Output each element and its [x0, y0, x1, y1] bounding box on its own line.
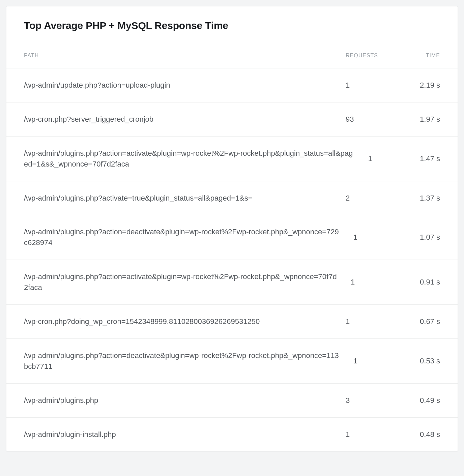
cell-requests: 1: [346, 316, 400, 327]
cell-requests: 93: [346, 114, 400, 125]
table-row[interactable]: /wp-admin/plugins.php?action=activate&pl…: [6, 260, 458, 305]
cell-path: /wp-admin/update.php?action=upload-plugi…: [24, 80, 346, 91]
cell-path: /wp-admin/plugins.php?action=activate&pl…: [24, 148, 368, 170]
cell-requests: 1: [346, 429, 400, 440]
card-title: Top Average PHP + MySQL Response Time: [24, 20, 440, 31]
table-row[interactable]: /wp-cron.php?doing_wp_cron=1542348999.81…: [6, 305, 458, 339]
cell-path: /wp-admin/plugins.php?action=activate&pl…: [24, 271, 351, 293]
column-header-time[interactable]: TIME: [400, 53, 440, 59]
cell-requests: 1: [353, 356, 403, 366]
cell-path: /wp-cron.php?doing_wp_cron=1542348999.81…: [24, 316, 346, 327]
table-row[interactable]: /wp-admin/plugins.php?action=deactivate&…: [6, 339, 458, 384]
cell-path: /wp-admin/plugins.php?action=deactivate&…: [24, 350, 353, 372]
table-body: /wp-admin/update.php?action=upload-plugi…: [6, 68, 458, 451]
table-row[interactable]: /wp-admin/plugins.php?action=activate&pl…: [6, 137, 458, 181]
column-header-requests[interactable]: REQUESTS: [346, 53, 400, 59]
cell-requests: 1: [368, 153, 409, 164]
cell-path: /wp-cron.php?server_triggered_cronjob: [24, 114, 346, 125]
table-row[interactable]: /wp-admin/plugins.php?activate=true&plug…: [6, 181, 458, 215]
table-row[interactable]: /wp-admin/plugins.php30.49 s: [6, 384, 458, 418]
cell-time: 0.67 s: [400, 316, 440, 327]
cell-time: 1.47 s: [409, 153, 440, 164]
table-row[interactable]: /wp-cron.php?server_triggered_cronjob931…: [6, 102, 458, 137]
cell-path: /wp-admin/plugins.php?action=deactivate&…: [24, 227, 353, 248]
cell-path: /wp-admin/plugin-install.php: [24, 429, 346, 440]
cell-requests: 3: [346, 395, 400, 406]
cell-time: 0.48 s: [400, 429, 440, 440]
column-header-path[interactable]: PATH: [24, 53, 346, 59]
cell-time: 2.19 s: [400, 80, 440, 91]
response-time-card: Top Average PHP + MySQL Response Time PA…: [6, 6, 458, 451]
table-row[interactable]: /wp-admin/plugins.php?action=deactivate&…: [6, 215, 458, 260]
cell-time: 0.91 s: [402, 277, 440, 288]
cell-requests: 1: [351, 277, 402, 288]
card-header: Top Average PHP + MySQL Response Time: [6, 6, 458, 43]
cell-time: 1.07 s: [403, 232, 440, 243]
cell-requests: 2: [346, 193, 400, 204]
cell-time: 1.97 s: [400, 114, 440, 125]
cell-time: 1.37 s: [400, 193, 440, 204]
cell-path: /wp-admin/plugins.php?activate=true&plug…: [24, 193, 346, 204]
cell-requests: 1: [353, 232, 403, 243]
table-header-row: PATH REQUESTS TIME: [6, 43, 458, 68]
table-row[interactable]: /wp-admin/plugin-install.php10.48 s: [6, 418, 458, 451]
cell-requests: 1: [346, 80, 400, 91]
cell-time: 0.53 s: [403, 356, 440, 366]
cell-time: 0.49 s: [400, 395, 440, 406]
table-row[interactable]: /wp-admin/update.php?action=upload-plugi…: [6, 68, 458, 102]
cell-path: /wp-admin/plugins.php: [24, 395, 346, 406]
